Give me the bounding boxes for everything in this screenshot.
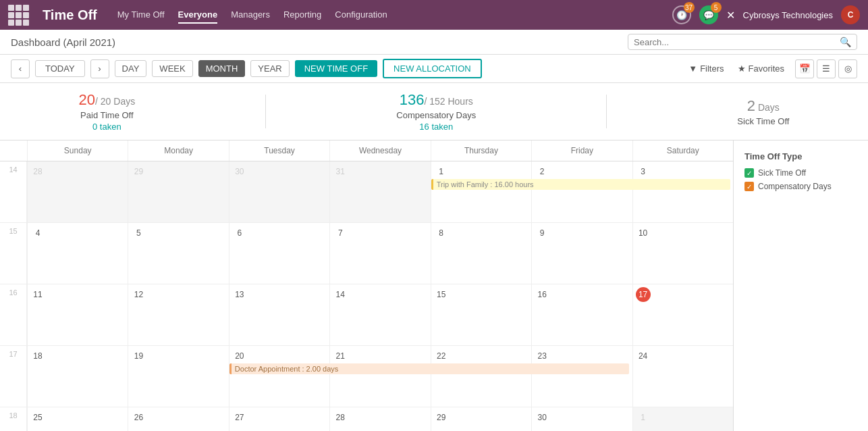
close-icon[interactable]: ✕	[726, 9, 735, 22]
new-allocation-button[interactable]: NEW ALLOCATION	[383, 59, 482, 78]
cal-cell-17-4[interactable]: 22	[431, 346, 531, 407]
search-icon: 🔍	[840, 36, 851, 47]
star-icon: ★	[738, 64, 746, 74]
day-number: 28	[30, 164, 45, 179]
day-number: 5	[131, 226, 146, 240]
nav-reporting[interactable]: Reporting	[283, 7, 321, 24]
nav-configuration[interactable]: Configuration	[335, 7, 387, 24]
header-saturday: Saturday	[632, 141, 733, 161]
new-timeoff-button[interactable]: NEW TIME OFF	[295, 60, 377, 77]
company-name: Cybrosys Technologies	[743, 10, 833, 20]
week-num-17: 17	[0, 346, 27, 407]
day-number: 27	[232, 410, 247, 425]
gantt-view-icon[interactable]: ◎	[838, 59, 857, 78]
week-num-18: 18	[0, 407, 27, 431]
cal-cell-16-1[interactable]: 12	[128, 284, 228, 345]
list-view-icon[interactable]: ☰	[817, 59, 836, 78]
cal-cell-15-3[interactable]: 7	[329, 223, 430, 284]
day-number: 13	[232, 287, 247, 302]
event-bar[interactable]: Doctor Appointment : 2.00 days	[229, 363, 629, 374]
calendar-area: Sunday Monday Tuesday Wednesday Thursday…	[0, 141, 868, 431]
activity-badge[interactable]: 🕐 37	[672, 5, 691, 24]
cal-cell-15-2[interactable]: 6	[229, 223, 329, 284]
view-year-button[interactable]: YEAR	[250, 60, 289, 77]
week-num-16: 16	[0, 284, 27, 345]
user-avatar[interactable]: C	[841, 5, 860, 24]
event-bar[interactable]: Trip with Family : 16.00 hours	[431, 179, 730, 190]
chat-badge[interactable]: 💬 5	[699, 5, 718, 24]
cal-cell-18-4[interactable]: 29	[431, 407, 531, 431]
next-button[interactable]: ›	[90, 59, 109, 78]
view-month-button[interactable]: MONTH	[198, 60, 246, 77]
cal-cell-18-5[interactable]: 30	[531, 407, 632, 431]
stat-paid-time-off: 20/ 20 Days Paid Time Off 0 taken	[52, 91, 163, 132]
day-number: 16	[535, 287, 549, 302]
search-input[interactable]	[634, 37, 840, 47]
cal-cell-16-2[interactable]: 13	[229, 284, 329, 345]
calendar-week-14: 14282930311Trip with Family : 16.00 hour…	[0, 161, 733, 223]
favorites-button[interactable]: ★ Favorites	[738, 64, 784, 74]
cal-cell-17-3[interactable]: 21	[329, 346, 430, 407]
cal-cell-18-2[interactable]: 27	[229, 407, 329, 431]
sick-checkbox[interactable]: ✓	[744, 168, 754, 178]
header-sunday: Sunday	[27, 141, 128, 161]
cal-cell-17-5[interactable]: 23	[531, 346, 632, 407]
cal-cell-16-6[interactable]: 17	[632, 284, 733, 345]
view-week-button[interactable]: WEEK	[152, 60, 192, 77]
header-monday: Monday	[128, 141, 228, 161]
calendar-body: 14282930311Trip with Family : 16.00 hour…	[0, 161, 733, 431]
cal-cell-18-6[interactable]: 1	[632, 407, 733, 431]
stat-paid-main: 20/ 20 Days	[79, 91, 136, 109]
view-day-button[interactable]: DAY	[115, 60, 147, 77]
cal-cell-16-4[interactable]: 15	[431, 284, 531, 345]
app-title: Time Off	[43, 7, 97, 23]
cal-cell-15-0[interactable]: 4	[27, 223, 128, 284]
cal-cell-14-1[interactable]: 29	[128, 161, 228, 222]
cal-cell-16-3[interactable]: 14	[329, 284, 430, 345]
nav-everyone[interactable]: Everyone	[178, 7, 218, 24]
cal-cell-17-1[interactable]: 19	[128, 346, 228, 407]
nav-my-time-off[interactable]: My Time Off	[117, 7, 165, 24]
type-sick-time-off: ✓ Sick Time Off	[744, 168, 857, 178]
nav-links: My Time Off Everyone Managers Reporting …	[117, 7, 659, 24]
header-tuesday: Tuesday	[229, 141, 329, 161]
cal-cell-16-0[interactable]: 11	[27, 284, 128, 345]
activity-count: 37	[684, 2, 695, 13]
day-number: 11	[30, 287, 45, 302]
comp-checkbox[interactable]: ✓	[744, 182, 754, 191]
cal-cell-16-5[interactable]: 16	[531, 284, 632, 345]
search-box[interactable]: 🔍	[628, 34, 857, 50]
cal-cell-15-1[interactable]: 5	[128, 223, 228, 284]
cal-cell-14-0[interactable]: 28	[27, 161, 128, 222]
cal-cell-15-6[interactable]: 10	[632, 223, 733, 284]
cal-cell-18-0[interactable]: 25	[27, 407, 128, 431]
dashboard-title: Dashboard (April 2021)	[11, 36, 620, 48]
nav-managers[interactable]: Managers	[231, 7, 270, 24]
filters-button[interactable]: ▼ Filters	[688, 64, 724, 74]
today-button[interactable]: TODAY	[35, 60, 85, 77]
cal-cell-15-5[interactable]: 9	[531, 223, 632, 284]
cal-cell-14-3[interactable]: 31	[329, 161, 430, 222]
calendar-view-icon[interactable]: 📅	[795, 59, 814, 78]
cal-cell-14-2[interactable]: 30	[229, 161, 329, 222]
cal-cell-15-4[interactable]: 8	[431, 223, 531, 284]
cal-cell-14-5[interactable]: 2	[531, 161, 632, 222]
cal-cell-18-1[interactable]: 26	[128, 407, 228, 431]
stats-bar: 20/ 20 Days Paid Time Off 0 taken 136/ 1…	[0, 83, 868, 141]
stat-paid-taken: 0 taken	[79, 122, 136, 132]
cal-cell-18-3[interactable]: 28	[329, 407, 430, 431]
cal-cell-17-2[interactable]: 20Doctor Appointment : 2.00 days	[229, 346, 329, 407]
chat-count: 5	[711, 2, 722, 13]
cal-cell-17-6[interactable]: 24	[632, 346, 733, 407]
cal-cell-14-4[interactable]: 1Trip with Family : 16.00 hours	[431, 161, 531, 222]
app-grid-icon[interactable]	[8, 5, 29, 26]
header-friday: Friday	[531, 141, 632, 161]
day-number: 30	[232, 164, 247, 179]
calendar-header: Sunday Monday Tuesday Wednesday Thursday…	[0, 141, 733, 161]
cal-cell-17-0[interactable]: 18	[27, 346, 128, 407]
day-number: 23	[535, 349, 549, 363]
day-number: 6	[232, 226, 247, 240]
prev-button[interactable]: ‹	[11, 59, 30, 78]
calendar-sidebar: Time Off Type ✓ Sick Time Off ✓ Compensa…	[733, 141, 868, 431]
cal-cell-14-6[interactable]: 3	[632, 161, 733, 222]
